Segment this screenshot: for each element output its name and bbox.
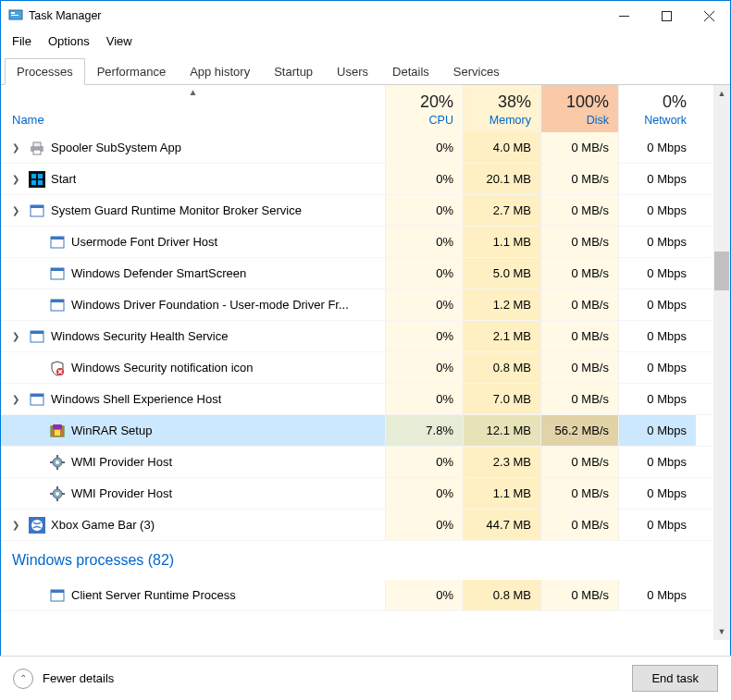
tabs: ProcessesPerformanceApp historyStartupUs… [1,54,730,85]
process-name-cell[interactable]: ❯Client Server Runtime Process [1,580,385,611]
svg-rect-1 [11,12,15,14]
process-name-cell[interactable]: ❯Windows Security notification icon [1,352,385,384]
window-icon [49,265,66,282]
chevron-up-icon: ⌃ [13,669,33,689]
cell-memory: 1.2 MB [463,289,540,321]
svg-rect-8 [33,142,41,147]
column-header-name[interactable]: ▲ Name [1,85,385,132]
cell-network: 0 Mbps [618,258,696,289]
cell-memory: 2.1 MB [463,321,540,352]
cell-cpu: 0% [385,195,463,227]
tab-processes[interactable]: Processes [5,58,85,85]
process-name-cell[interactable]: ❯Spooler SubSystem App [1,132,385,164]
scroll-thumb[interactable] [714,252,729,290]
process-name-cell[interactable]: ❯Windows Security Health Service [1,321,385,352]
column-header-network[interactable]: 0% Network [618,85,696,132]
svg-rect-12 [38,174,43,178]
cell-network: 0 Mbps [618,384,696,415]
titlebar[interactable]: Task Manager [1,1,730,31]
window-icon [49,234,66,251]
expand-chevron-icon[interactable]: ❯ [12,142,23,153]
cell-disk: 0 MB/s [540,289,618,321]
process-name: Windows Defender SmartScreen [71,266,246,280]
tab-performance[interactable]: Performance [85,58,178,85]
svg-rect-4 [662,11,671,20]
expand-chevron-icon[interactable]: ❯ [12,331,23,341]
expand-chevron-icon[interactable]: ❯ [12,174,23,184]
window-icon [49,297,66,313]
network-label: Network [628,114,687,127]
group-header[interactable]: Windows processes (82) [1,541,712,580]
process-name-cell[interactable]: ❯Usermode Font Driver Host [1,227,385,258]
tab-details[interactable]: Details [380,58,441,85]
process-name-cell[interactable]: ❯Windows Shell Experience Host [1,384,385,415]
process-name-cell[interactable]: ❯WinRAR Setup [1,415,385,447]
maximize-button[interactable] [645,1,688,31]
column-header-cpu[interactable]: 20% CPU [385,85,463,132]
expand-chevron-icon[interactable]: ❯ [12,394,23,404]
svg-point-35 [56,461,59,464]
process-name-cell[interactable]: ❯System Guard Runtime Monitor Broker Ser… [1,195,385,227]
svg-rect-33 [55,430,60,436]
svg-rect-38 [50,461,53,463]
cell-memory: 4.0 MB [463,132,540,164]
expand-chevron-icon[interactable]: ❯ [12,205,23,215]
svg-rect-14 [38,180,43,185]
process-name-cell[interactable]: ❯WMI Provider Host [1,447,385,478]
scroll-up-icon[interactable]: ▲ [713,85,730,102]
menu-file[interactable]: File [5,32,39,50]
cell-cpu: 0% [385,227,463,258]
expand-chevron-icon[interactable]: ❯ [12,520,23,530]
tab-services[interactable]: Services [441,58,512,85]
window-title: Task Manager [29,9,102,22]
column-header-memory[interactable]: 38% Memory [463,85,540,132]
cell-cpu: 0% [385,384,463,415]
svg-rect-39 [62,461,65,463]
cell-network: 0 Mbps [618,510,696,541]
svg-rect-45 [62,493,65,495]
memory-label: Memory [473,114,531,127]
svg-rect-9 [33,150,41,154]
cell-disk: 0 MB/s [540,478,618,510]
process-table: ▲ Name 20% CPU 38% Memory 100% Disk 0% N… [1,85,730,640]
tab-users[interactable]: Users [325,58,380,85]
scroll-down-icon[interactable]: ▼ [713,623,730,640]
tab-app-history[interactable]: App history [178,58,262,85]
xbox-icon [29,517,45,534]
svg-point-47 [31,520,43,531]
process-name-cell[interactable]: ❯Windows Defender SmartScreen [1,258,385,289]
close-button[interactable] [688,1,730,31]
process-name: Windows Security Health Service [51,329,228,343]
scrollbar[interactable]: ▲ ▼ [713,85,730,640]
svg-rect-44 [50,493,53,495]
process-name-cell[interactable]: ❯WMI Provider Host [1,478,385,510]
menu-view[interactable]: View [99,32,140,50]
process-name: Windows Shell Experience Host [51,392,221,406]
menu-options[interactable]: Options [41,32,97,50]
svg-rect-36 [56,455,58,458]
cell-network: 0 Mbps [618,132,696,164]
process-name: Windows Security notification icon [71,361,254,375]
svg-rect-29 [31,394,43,397]
process-name-cell[interactable]: ❯Windows Driver Foundation - User-mode D… [1,289,385,321]
tab-startup[interactable]: Startup [262,58,325,85]
minimize-button[interactable] [602,1,645,31]
process-name: Client Server Runtime Process [71,588,236,602]
cell-network: 0 Mbps [618,447,696,478]
cell-memory: 5.0 MB [463,258,540,289]
fewer-details-button[interactable]: ⌃ Fewer details [13,669,114,689]
cell-memory: 44.7 MB [463,510,540,541]
process-name-cell[interactable]: ❯Start [1,164,385,195]
cell-network: 0 Mbps [618,478,696,510]
process-name: Windows Driver Foundation - User-mode Dr… [71,298,349,312]
printer-icon [29,140,45,156]
end-task-button[interactable]: End task [632,665,718,692]
cell-disk: 0 MB/s [540,447,618,478]
process-name: WMI Provider Host [71,486,172,500]
cell-network: 0 Mbps [618,164,696,195]
process-name-cell[interactable]: ❯Xbox Game Bar (3) [1,510,385,541]
fewer-details-label: Fewer details [43,671,114,685]
cell-memory: 2.7 MB [463,195,540,227]
column-header-disk[interactable]: 100% Disk [540,85,618,132]
svg-rect-24 [31,331,43,334]
